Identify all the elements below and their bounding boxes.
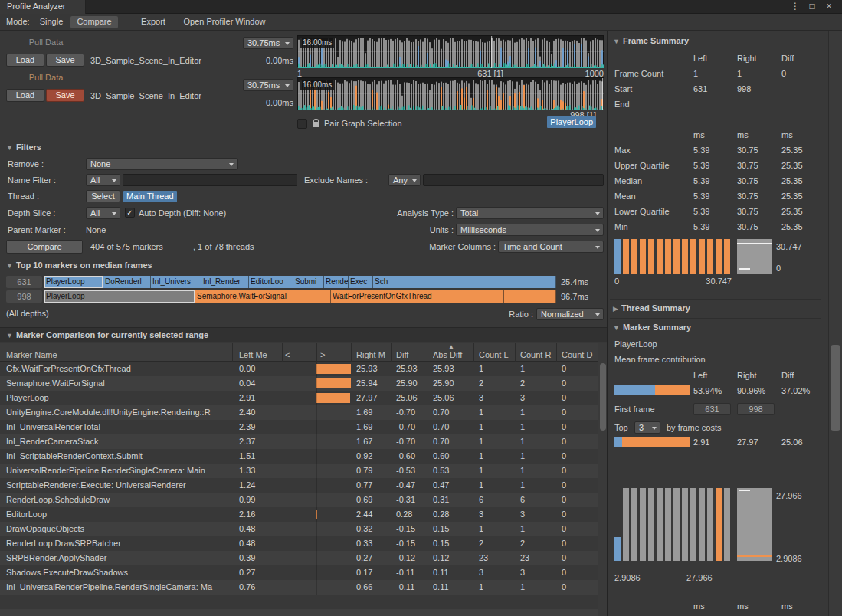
top10-segment[interactable]: Semaphore.WaitForSignal xyxy=(195,290,331,303)
table-row[interactable]: Inl_RenderCameraStack2.371.67-0.700.7011… xyxy=(0,434,598,449)
name-filter-mode-dropdown[interactable]: All xyxy=(86,174,120,186)
top-n-dropdown[interactable]: 3 xyxy=(634,421,660,434)
table-row[interactable]: ScriptableRenderer.Execute: UniversalRen… xyxy=(0,478,598,493)
name-filter-input[interactable] xyxy=(123,174,297,186)
mode-single-button[interactable]: Single xyxy=(34,16,69,28)
graph-left-scale-dropdown[interactable]: 30.75ms xyxy=(243,37,293,49)
frame-graph-left[interactable]: 16.00ms xyxy=(297,35,604,67)
histogram-bar xyxy=(657,488,663,561)
mode-compare-button[interactable]: Compare xyxy=(70,16,118,28)
table-row[interactable]: Inl_UniversalRenderPipeline.RenderSingle… xyxy=(0,580,598,595)
fs-stat-value: 25.35 xyxy=(781,222,803,231)
auto-depth-checkbox[interactable]: ✓ xyxy=(125,208,135,218)
right-panel-scrollbar[interactable] xyxy=(828,31,842,616)
top10-segment[interactable] xyxy=(392,276,556,288)
histogram-bar xyxy=(665,239,671,274)
cell-abs-diff: 0.28 xyxy=(433,510,471,519)
top10-segment[interactable]: Rende xyxy=(324,276,349,288)
compare-button[interactable]: Compare xyxy=(6,240,83,254)
fs-stat-value: 5.39 xyxy=(693,207,709,216)
top10-segment[interactable]: EditorLoo xyxy=(249,276,293,288)
mean-contribution-label: Mean frame contribution xyxy=(614,355,706,364)
table-row[interactable]: Inl_ScriptableRenderContext.Submit1.510.… xyxy=(0,449,598,464)
thread-summary-header[interactable]: ▶Thread Summary xyxy=(613,303,690,313)
top10-segment[interactable]: WaitForPresentOnGfxThread xyxy=(331,290,504,303)
exclude-mode-dropdown[interactable]: Any xyxy=(388,174,421,186)
top10-segment[interactable]: Inl_Render xyxy=(201,276,249,288)
table-row[interactable]: Gfx.WaitForPresentOnGfxThread0.0025.9325… xyxy=(0,362,598,376)
table-row[interactable]: RenderLoop.ScheduleDraw0.990.69-0.310.31… xyxy=(0,493,598,507)
column-header[interactable]: Diff xyxy=(396,350,427,359)
table-row[interactable]: Shadows.ExecuteDrawShadows0.270.17-0.110… xyxy=(0,565,598,580)
top10-segment[interactable]: PlayerLoop xyxy=(44,276,103,288)
frame-graph-right[interactable]: 16.00ms xyxy=(297,77,604,110)
column-header[interactable]: > xyxy=(320,350,349,359)
ms-units-value: ms xyxy=(781,601,793,611)
fs-column-value: Left xyxy=(693,54,707,63)
fs-row-value: 1 xyxy=(693,69,698,78)
column-header[interactable]: Left Me xyxy=(239,350,279,359)
load-right-button[interactable]: Load xyxy=(6,89,44,102)
table-row[interactable]: PlayerLoop2.9127.9725.0625.06330 xyxy=(0,391,598,405)
scrollbar-thumb[interactable] xyxy=(831,345,840,431)
filters-section-header[interactable]: ▼Filters xyxy=(6,143,41,152)
graph-right-scale-dropdown[interactable]: 30.75ms xyxy=(243,79,293,91)
contribution-diff-value: 37.02% xyxy=(781,386,810,395)
column-header[interactable]: Count R xyxy=(520,350,555,359)
first-frame-left-button[interactable]: 631 xyxy=(693,403,731,415)
export-button[interactable]: Export xyxy=(135,16,172,28)
ratio-dropdown[interactable]: Normalized xyxy=(536,308,604,320)
column-header[interactable]: Count D xyxy=(562,350,596,359)
table-row[interactable]: EditorLoop2.162.440.280.28330 xyxy=(0,507,598,522)
column-header[interactable]: Abs Diff xyxy=(433,350,471,359)
units-dropdown[interactable]: Milliseconds xyxy=(456,224,604,236)
top10-segment[interactable]: Sch xyxy=(373,276,392,288)
top10-segment[interactable]: Exec xyxy=(349,276,373,288)
marker-comparison-header[interactable]: ▼Marker Comparison for currently selecte… xyxy=(0,327,607,342)
depth-slice-dropdown[interactable]: All xyxy=(86,207,120,219)
top10-segment[interactable]: PlayerLoop xyxy=(44,290,195,303)
load-left-button[interactable]: Load xyxy=(6,54,44,67)
first-frame-right-button[interactable]: 998 xyxy=(737,403,775,415)
marker-columns-dropdown[interactable]: Time and Count xyxy=(498,241,604,253)
frame-summary-header[interactable]: ▼Frame Summary xyxy=(613,36,689,45)
bar-right-portion xyxy=(622,437,690,447)
top10-segment[interactable]: Submi xyxy=(293,276,324,288)
window-tab[interactable]: Profile Analyzer xyxy=(0,0,86,14)
table-row[interactable]: SRPBRender.ApplyShader0.390.27-0.120.122… xyxy=(0,551,598,565)
analysis-type-dropdown[interactable]: Total xyxy=(456,207,604,219)
cell-right-mean: 0.27 xyxy=(356,553,390,563)
marker-summary-header[interactable]: ▼Marker Summary xyxy=(613,323,691,332)
table-row[interactable]: DrawOpaqueObjects0.480.32-0.150.15110 xyxy=(0,522,598,536)
column-header[interactable]: Marker Name xyxy=(6,350,230,359)
table-row[interactable]: RenderLoop.DrawSRPBatcher0.480.33-0.150.… xyxy=(0,536,598,551)
table-row[interactable]: UnityEngine.CoreModule.dll!UnityEngine.R… xyxy=(0,405,598,420)
mode-label: Mode: xyxy=(6,17,30,26)
pair-graph-selection-checkbox[interactable] xyxy=(297,119,307,129)
column-header[interactable]: < xyxy=(285,350,314,359)
cell-count-right: 3 xyxy=(520,510,555,519)
column-header[interactable]: Count L xyxy=(479,350,514,359)
save-right-button[interactable]: Save xyxy=(46,89,84,102)
column-header[interactable]: Right M xyxy=(356,350,390,359)
open-profiler-window-button[interactable]: Open Profiler Window xyxy=(175,16,274,28)
marker-table-scrollbar[interactable] xyxy=(598,343,607,616)
thread-select-button[interactable]: Select xyxy=(86,190,120,202)
top10-segment[interactable]: DoRenderl xyxy=(103,276,151,288)
remove-dropdown[interactable]: None xyxy=(86,158,238,170)
top10-segment[interactable]: Inl_Univers xyxy=(151,276,201,288)
table-row[interactable]: Inl_UniversalRenderTotal2.391.69-0.700.7… xyxy=(0,420,598,434)
save-left-button[interactable]: Save xyxy=(46,54,84,67)
scrollbar-thumb[interactable] xyxy=(600,363,606,431)
cell-left-mean: 0.99 xyxy=(239,495,279,505)
cell-count-diff: 0 xyxy=(562,480,596,490)
table-row[interactable]: Semaphore.WaitForSignal0.0425.9425.9025.… xyxy=(0,376,598,391)
pull-data-left-button[interactable]: Pull Data xyxy=(23,38,69,47)
table-row[interactable]: UniversalRenderPipeline.RenderSingleCame… xyxy=(0,464,598,478)
pull-data-right-button[interactable]: Pull Data xyxy=(23,73,69,82)
cell-right-mean: 0.66 xyxy=(356,582,390,592)
exclude-names-input[interactable] xyxy=(423,174,604,186)
top10-segment[interactable] xyxy=(504,290,556,303)
histogram-bar xyxy=(631,239,637,274)
top10-section-header[interactable]: ▼Top 10 markers on median frames xyxy=(6,260,152,270)
